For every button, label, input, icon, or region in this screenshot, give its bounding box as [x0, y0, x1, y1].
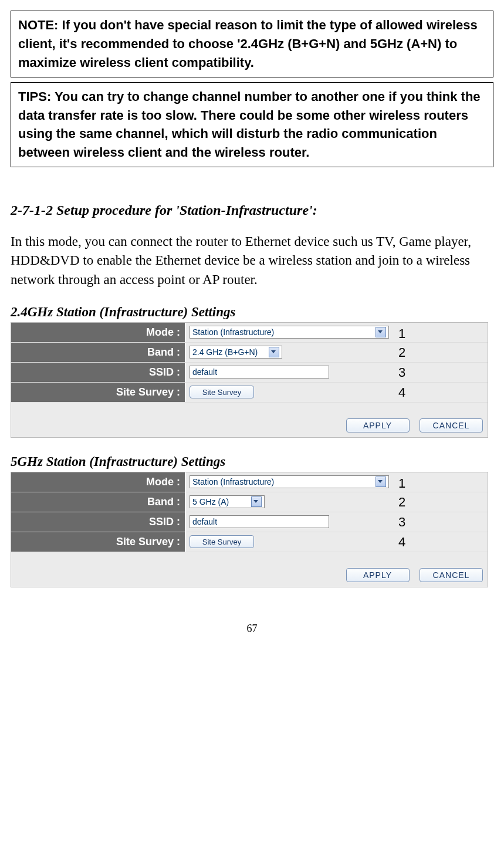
tips-text: TIPS: You can try to change channel numb…: [18, 87, 486, 163]
chevron-down-icon: [269, 347, 279, 357]
cancel-button[interactable]: CANCEL: [420, 418, 483, 432]
label-ssid: SSID :: [11, 512, 186, 532]
band-select[interactable]: 2.4 GHz (B+G+N): [190, 346, 282, 359]
mode-select[interactable]: Station (Infrastructure): [190, 475, 389, 488]
note-box: NOTE: If you don't have special reason t…: [11, 11, 493, 77]
cell-band: 2.4 GHz (B+G+N): [186, 343, 488, 362]
row-survey: Site Survey : Site Survey: [11, 532, 488, 552]
cell-survey: Site Survey: [186, 532, 488, 552]
intro-paragraph: In this mode, you can connect the router…: [11, 232, 493, 289]
mode-select[interactable]: Station (Infrastructure): [190, 326, 389, 339]
callout-3: 3: [398, 515, 405, 530]
ssid-input[interactable]: [190, 515, 329, 528]
chevron-down-icon: [376, 327, 386, 337]
cell-mode: Station (Infrastructure): [186, 323, 488, 342]
band-select-value: 2.4 GHz (B+G+N): [192, 347, 258, 357]
label-ssid: SSID :: [11, 363, 186, 382]
cell-survey: Site Survey: [186, 383, 488, 402]
apply-button[interactable]: APPLY: [346, 568, 410, 582]
apply-button[interactable]: APPLY: [346, 418, 410, 432]
footer-buttons: APPLY CANCEL: [11, 552, 488, 587]
settings-panel-5: Mode : Station (Infrastructure) Band : 5…: [11, 472, 488, 587]
mode-select-value: Station (Infrastructure): [192, 477, 274, 486]
site-survey-button[interactable]: Site Survey: [190, 535, 254, 548]
tips-box: TIPS: You can try to change channel numb…: [11, 82, 493, 168]
settings-panel-24: Mode : Station (Infrastructure) Band : 2…: [11, 322, 488, 438]
section-title: 2-7-1-2 Setup procedure for 'Station-Inf…: [11, 202, 493, 218]
row-mode: Mode : Station (Infrastructure): [11, 472, 488, 492]
panel-5-title: 5GHz Station (Infrastructure) Settings: [11, 454, 493, 469]
mode-select-value: Station (Infrastructure): [192, 327, 274, 337]
callout-2: 2: [398, 495, 405, 510]
row-band: Band : 5 GHz (A): [11, 492, 488, 512]
ssid-input[interactable]: [190, 366, 329, 379]
band-select-value: 5 GHz (A): [192, 497, 229, 506]
label-survey: Site Survey :: [11, 532, 186, 552]
callout-1: 1: [398, 326, 405, 342]
label-band: Band :: [11, 492, 186, 512]
callout-4: 4: [398, 385, 405, 400]
callout-4: 4: [398, 535, 405, 550]
row-survey: Site Survey : Site Survey: [11, 383, 488, 403]
label-mode: Mode :: [11, 323, 186, 342]
cancel-label: CANCEL: [433, 570, 470, 580]
chevron-down-icon: [251, 496, 262, 507]
callout-3: 3: [398, 365, 405, 380]
apply-label: APPLY: [363, 421, 392, 430]
cancel-label: CANCEL: [433, 421, 470, 430]
row-ssid: SSID :: [11, 512, 488, 532]
row-band: Band : 2.4 GHz (B+G+N): [11, 343, 488, 363]
site-survey-label: Site Survey: [202, 388, 241, 397]
row-ssid: SSID :: [11, 363, 488, 383]
label-band: Band :: [11, 343, 186, 362]
footer-buttons: APPLY CANCEL: [11, 403, 488, 437]
panel-24-title: 2.4GHz Station (Infrastructure) Settings: [11, 305, 493, 320]
cell-ssid: [186, 512, 488, 532]
label-survey: Site Survey :: [11, 383, 186, 402]
row-mode: Mode : Station (Infrastructure): [11, 323, 488, 343]
page-number: 67: [11, 623, 493, 635]
callout-2: 2: [398, 345, 405, 360]
chevron-down-icon: [376, 476, 386, 487]
cell-mode: Station (Infrastructure): [186, 472, 488, 492]
site-survey-label: Site Survey: [202, 538, 241, 546]
site-survey-button[interactable]: Site Survey: [190, 386, 254, 398]
band-select[interactable]: 5 GHz (A): [190, 495, 265, 508]
apply-label: APPLY: [363, 570, 392, 580]
cancel-button[interactable]: CANCEL: [420, 568, 483, 582]
callout-1: 1: [398, 476, 405, 491]
cell-ssid: [186, 363, 488, 382]
note-text: NOTE: If you don't have special reason t…: [18, 16, 486, 72]
cell-band: 5 GHz (A): [186, 492, 488, 512]
label-mode: Mode :: [11, 472, 186, 492]
